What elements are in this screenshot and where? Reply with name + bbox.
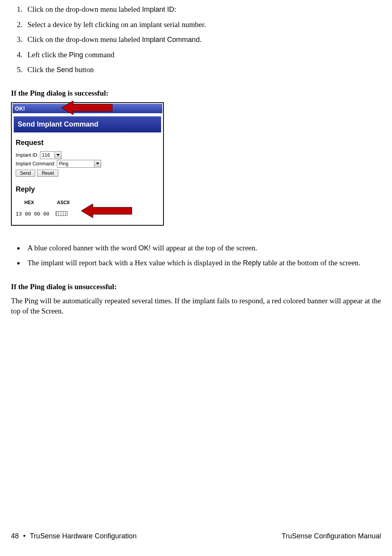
reply-heading: Reply xyxy=(13,179,162,197)
success-bullets: A blue colored banner with the word OK! … xyxy=(24,243,381,268)
step-text: Click the xyxy=(27,65,56,74)
step-sans: Ping xyxy=(69,51,83,59)
ok-text: OK! xyxy=(15,105,25,112)
bullet-sans: OK! xyxy=(138,244,151,252)
implant-command-row: Implant Command: Ping xyxy=(13,159,162,168)
step-item: Left click the Ping command xyxy=(24,49,381,61)
step-post: command xyxy=(83,51,114,59)
ascii-placeholder-icon xyxy=(56,211,67,216)
svg-marker-1 xyxy=(81,204,132,218)
reply-data-row: 13 00 00 00 xyxy=(13,207,162,224)
step-item: Click the Send button xyxy=(24,64,381,76)
hex-values: 13 00 00 00 xyxy=(16,211,49,217)
step-sans: Send xyxy=(56,66,73,74)
implant-command-value: Ping xyxy=(57,161,94,167)
page-footer: 48 • TruSense Hardware Configuration Tru… xyxy=(11,532,381,540)
send-button[interactable]: Send xyxy=(16,170,35,177)
ascii-column-label: ASCII xyxy=(57,200,69,205)
step-sans: Implant ID xyxy=(142,5,174,13)
bullet-pre: A blue colored banner with the word xyxy=(27,244,138,252)
chevron-down-icon[interactable] xyxy=(54,152,61,158)
bullet-sans: Reply xyxy=(243,259,261,267)
bullet-icon: • xyxy=(23,532,25,540)
step-post: . xyxy=(200,35,201,43)
implant-id-row: Implant ID: 116 xyxy=(13,151,162,159)
step-item: Select a device by left clicking on an i… xyxy=(24,19,381,31)
step-post: : xyxy=(174,5,176,13)
numbered-steps: Click on the drop-down menu labeled Impl… xyxy=(24,4,381,76)
step-text: Left click the xyxy=(27,51,69,59)
footer-left: 48 • TruSense Hardware Configuration xyxy=(11,532,137,540)
implant-id-select[interactable]: 116 xyxy=(40,151,62,159)
step-item: Click on the drop-down menu labeled Impl… xyxy=(24,34,381,45)
step-item: Click on the drop-down menu labeled Impl… xyxy=(24,4,381,15)
implant-id-value: 116 xyxy=(40,152,54,158)
chevron-down-icon[interactable] xyxy=(94,161,101,167)
footer-section: TruSense Hardware Configuration xyxy=(30,532,136,540)
unsuccess-body: The Ping will be automatically repeated … xyxy=(11,296,381,316)
bullet-item: A blue colored banner with the word OK! … xyxy=(24,243,381,254)
heading-unsuccess: If the Ping dialog is unsuccessful: xyxy=(11,283,381,291)
step-sans: Implant Command xyxy=(142,36,200,43)
send-command-header: Send Implant Command xyxy=(14,116,161,132)
reset-button[interactable]: Reset xyxy=(37,170,58,177)
button-row: Send Reset xyxy=(13,168,162,179)
annotation-arrow-icon xyxy=(81,204,132,219)
step-text: Click on the drop-down menu labeled xyxy=(27,5,142,13)
page-number: 48 xyxy=(11,532,19,540)
heading-success: If the Ping dialog is successful: xyxy=(11,89,381,98)
step-post: button xyxy=(73,65,94,74)
annotation-arrow-icon xyxy=(62,101,113,115)
dialog-screenshot: OK! Send Implant Command Request Implant… xyxy=(11,102,164,226)
step-text: Select a device by left clicking on an i… xyxy=(27,20,206,29)
implant-command-select[interactable]: Ping xyxy=(57,160,101,168)
bullet-pre: The implant will report back with a Hex … xyxy=(27,259,243,267)
footer-right: TruSense Configuration Manual xyxy=(282,532,381,540)
bullet-post: table at the bottom of the screen. xyxy=(261,259,360,267)
implant-id-label: Implant ID: xyxy=(16,152,38,158)
bullet-item: The implant will report back with a Hex … xyxy=(24,258,381,268)
ok-banner: OK! xyxy=(13,104,162,113)
implant-command-label: Implant Command: xyxy=(16,161,55,167)
request-heading: Request xyxy=(13,132,162,151)
hex-column-label: HEX xyxy=(24,200,56,205)
bullet-post: will appear at the top of the screen. xyxy=(151,244,257,252)
svg-marker-0 xyxy=(62,101,113,115)
step-text: Click on the drop-down menu labeled xyxy=(27,35,142,43)
